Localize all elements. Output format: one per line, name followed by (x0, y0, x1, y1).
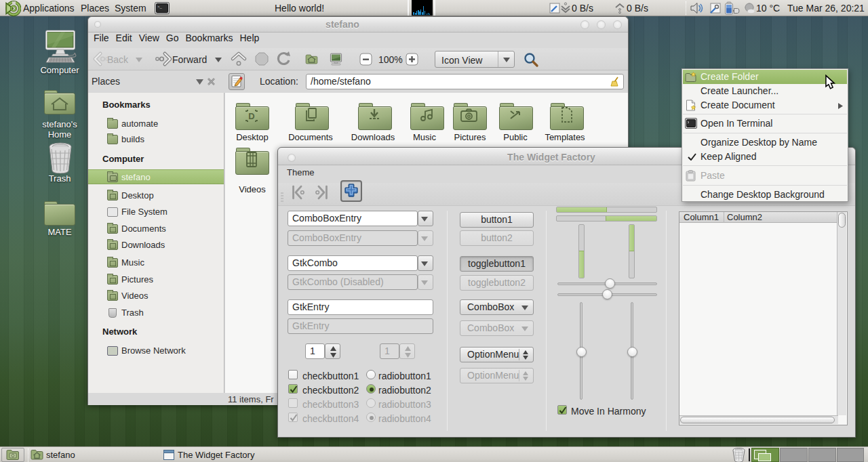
svg-text:D: D (248, 111, 254, 121)
svg-text:>_: >_ (157, 5, 163, 9)
